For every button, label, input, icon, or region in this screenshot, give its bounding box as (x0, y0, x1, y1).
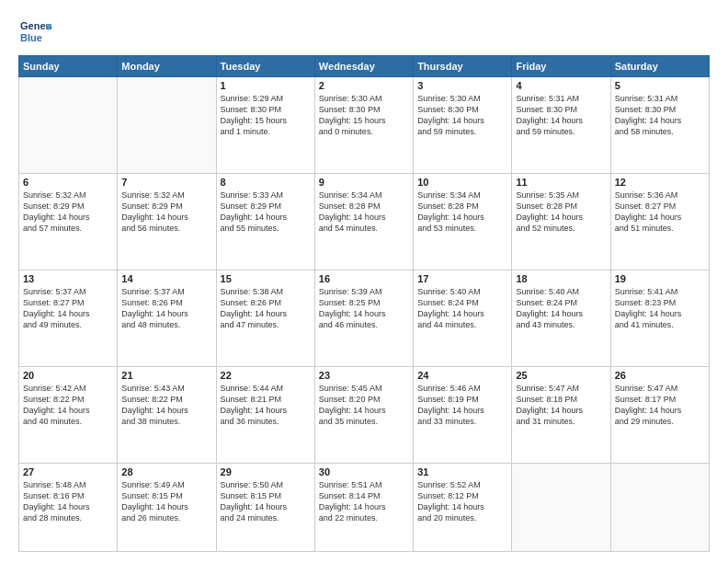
day-cell (610, 463, 709, 551)
day-cell: 3Sunrise: 5:30 AM Sunset: 8:30 PM Daylig… (414, 77, 512, 174)
day-info: Sunrise: 5:37 AM Sunset: 8:26 PM Dayligh… (121, 286, 211, 331)
day-cell: 7Sunrise: 5:32 AM Sunset: 8:29 PM Daylig… (118, 173, 216, 270)
day-cell: 30Sunrise: 5:51 AM Sunset: 8:14 PM Dayli… (314, 463, 413, 551)
day-info: Sunrise: 5:35 AM Sunset: 8:28 PM Dayligh… (516, 190, 606, 235)
day-number: 26 (615, 370, 705, 381)
day-cell: 22Sunrise: 5:44 AM Sunset: 8:21 PM Dayli… (216, 366, 314, 463)
day-cell: 29Sunrise: 5:50 AM Sunset: 8:15 PM Dayli… (216, 463, 314, 551)
day-cell: 11Sunrise: 5:35 AM Sunset: 8:28 PM Dayli… (512, 173, 610, 270)
day-info: Sunrise: 5:33 AM Sunset: 8:29 PM Dayligh… (221, 190, 311, 235)
day-number: 1 (221, 80, 311, 91)
day-info: Sunrise: 5:32 AM Sunset: 8:29 PM Dayligh… (121, 190, 211, 235)
day-info: Sunrise: 5:51 AM Sunset: 8:14 PM Dayligh… (319, 479, 409, 524)
day-cell: 10Sunrise: 5:34 AM Sunset: 8:28 PM Dayli… (414, 173, 512, 270)
day-number: 20 (23, 370, 113, 381)
weekday-header-monday: Monday (118, 56, 216, 77)
day-info: Sunrise: 5:40 AM Sunset: 8:24 PM Dayligh… (516, 286, 606, 331)
day-cell: 14Sunrise: 5:37 AM Sunset: 8:26 PM Dayli… (118, 270, 216, 366)
day-number: 25 (516, 370, 606, 381)
day-number: 29 (221, 466, 311, 477)
day-number: 4 (516, 80, 606, 91)
day-number: 24 (417, 370, 507, 381)
day-number: 15 (221, 273, 311, 284)
day-number: 11 (516, 177, 606, 188)
day-cell: 19Sunrise: 5:41 AM Sunset: 8:23 PM Dayli… (610, 270, 709, 366)
day-number: 19 (615, 273, 705, 284)
day-cell: 20Sunrise: 5:42 AM Sunset: 8:22 PM Dayli… (19, 366, 118, 463)
day-number: 10 (417, 177, 507, 188)
day-cell: 2Sunrise: 5:30 AM Sunset: 8:30 PM Daylig… (314, 77, 413, 174)
day-number: 6 (23, 177, 113, 188)
day-info: Sunrise: 5:30 AM Sunset: 8:30 PM Dayligh… (319, 93, 409, 138)
day-info: Sunrise: 5:41 AM Sunset: 8:23 PM Dayligh… (615, 286, 705, 331)
day-info: Sunrise: 5:32 AM Sunset: 8:29 PM Dayligh… (23, 190, 113, 235)
day-number: 30 (319, 466, 409, 477)
day-info: Sunrise: 5:31 AM Sunset: 8:30 PM Dayligh… (516, 93, 606, 138)
day-info: Sunrise: 5:29 AM Sunset: 8:30 PM Dayligh… (221, 93, 311, 138)
week-row-1: 6Sunrise: 5:32 AM Sunset: 8:29 PM Daylig… (19, 173, 710, 270)
week-row-4: 27Sunrise: 5:48 AM Sunset: 8:16 PM Dayli… (19, 463, 710, 551)
day-info: Sunrise: 5:34 AM Sunset: 8:28 PM Dayligh… (319, 190, 409, 235)
weekday-header-sunday: Sunday (19, 56, 118, 77)
day-info: Sunrise: 5:48 AM Sunset: 8:16 PM Dayligh… (23, 479, 113, 524)
day-info: Sunrise: 5:43 AM Sunset: 8:22 PM Dayligh… (121, 383, 211, 428)
day-info: Sunrise: 5:47 AM Sunset: 8:18 PM Dayligh… (516, 383, 606, 428)
day-number: 17 (417, 273, 507, 284)
day-info: Sunrise: 5:40 AM Sunset: 8:24 PM Dayligh… (417, 286, 507, 331)
day-cell: 23Sunrise: 5:45 AM Sunset: 8:20 PM Dayli… (314, 366, 413, 463)
day-cell: 27Sunrise: 5:48 AM Sunset: 8:16 PM Dayli… (19, 463, 118, 551)
logo: General Blue (18, 15, 51, 48)
day-cell: 5Sunrise: 5:31 AM Sunset: 8:30 PM Daylig… (610, 77, 709, 174)
day-info: Sunrise: 5:37 AM Sunset: 8:27 PM Dayligh… (23, 286, 113, 331)
day-number: 31 (417, 466, 507, 477)
day-cell (512, 463, 610, 551)
day-info: Sunrise: 5:44 AM Sunset: 8:21 PM Dayligh… (221, 383, 311, 428)
day-cell: 13Sunrise: 5:37 AM Sunset: 8:27 PM Dayli… (19, 270, 118, 366)
weekday-header-saturday: Saturday (610, 56, 709, 77)
weekday-header-tuesday: Tuesday (216, 56, 314, 77)
day-info: Sunrise: 5:42 AM Sunset: 8:22 PM Dayligh… (23, 383, 113, 428)
day-info: Sunrise: 5:47 AM Sunset: 8:17 PM Dayligh… (615, 383, 705, 428)
day-info: Sunrise: 5:38 AM Sunset: 8:26 PM Dayligh… (221, 286, 311, 331)
day-cell: 1Sunrise: 5:29 AM Sunset: 8:30 PM Daylig… (216, 77, 314, 174)
day-number: 2 (319, 80, 409, 91)
day-info: Sunrise: 5:46 AM Sunset: 8:19 PM Dayligh… (417, 383, 507, 428)
day-info: Sunrise: 5:36 AM Sunset: 8:27 PM Dayligh… (615, 190, 705, 235)
day-info: Sunrise: 5:30 AM Sunset: 8:30 PM Dayligh… (417, 93, 507, 138)
week-row-0: 1Sunrise: 5:29 AM Sunset: 8:30 PM Daylig… (19, 77, 710, 174)
day-number: 12 (615, 177, 705, 188)
day-info: Sunrise: 5:31 AM Sunset: 8:30 PM Dayligh… (615, 93, 705, 138)
day-cell: 6Sunrise: 5:32 AM Sunset: 8:29 PM Daylig… (19, 173, 118, 270)
day-info: Sunrise: 5:39 AM Sunset: 8:25 PM Dayligh… (319, 286, 409, 331)
day-number: 9 (319, 177, 409, 188)
day-number: 28 (121, 466, 211, 477)
day-cell: 26Sunrise: 5:47 AM Sunset: 8:17 PM Dayli… (610, 366, 709, 463)
week-row-2: 13Sunrise: 5:37 AM Sunset: 8:27 PM Dayli… (19, 270, 710, 366)
day-number: 8 (221, 177, 311, 188)
weekday-header-friday: Friday (512, 56, 610, 77)
day-number: 13 (23, 273, 113, 284)
header: General Blue (18, 15, 710, 48)
day-number: 21 (121, 370, 211, 381)
day-cell: 16Sunrise: 5:39 AM Sunset: 8:25 PM Dayli… (314, 270, 413, 366)
day-cell: 4Sunrise: 5:31 AM Sunset: 8:30 PM Daylig… (512, 77, 610, 174)
page: General Blue SundayMondayTuesdayWednesda… (0, 0, 728, 563)
weekday-header-row: SundayMondayTuesdayWednesdayThursdayFrid… (19, 56, 710, 77)
calendar-table: SundayMondayTuesdayWednesdayThursdayFrid… (18, 55, 710, 552)
day-cell: 24Sunrise: 5:46 AM Sunset: 8:19 PM Dayli… (414, 366, 512, 463)
day-cell: 25Sunrise: 5:47 AM Sunset: 8:18 PM Dayli… (512, 366, 610, 463)
day-cell: 12Sunrise: 5:36 AM Sunset: 8:27 PM Dayli… (610, 173, 709, 270)
day-cell: 9Sunrise: 5:34 AM Sunset: 8:28 PM Daylig… (314, 173, 413, 270)
day-cell: 18Sunrise: 5:40 AM Sunset: 8:24 PM Dayli… (512, 270, 610, 366)
day-number: 22 (221, 370, 311, 381)
day-cell: 21Sunrise: 5:43 AM Sunset: 8:22 PM Dayli… (118, 366, 216, 463)
day-number: 3 (417, 80, 507, 91)
day-number: 18 (516, 273, 606, 284)
day-info: Sunrise: 5:34 AM Sunset: 8:28 PM Dayligh… (417, 190, 507, 235)
day-cell: 28Sunrise: 5:49 AM Sunset: 8:15 PM Dayli… (118, 463, 216, 551)
day-cell (118, 77, 216, 174)
day-info: Sunrise: 5:50 AM Sunset: 8:15 PM Dayligh… (221, 479, 311, 524)
day-number: 7 (121, 177, 211, 188)
day-cell: 15Sunrise: 5:38 AM Sunset: 8:26 PM Dayli… (216, 270, 314, 366)
weekday-header-wednesday: Wednesday (314, 56, 413, 77)
